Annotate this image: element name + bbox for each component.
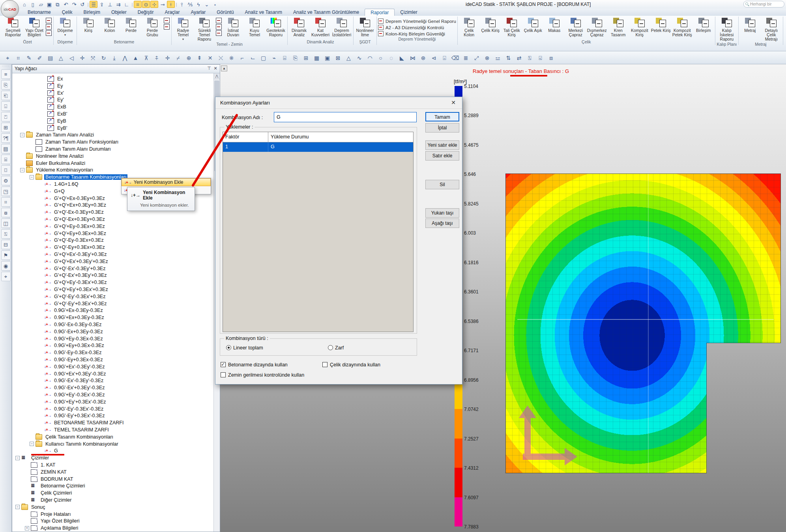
save-icon[interactable]: ▣ <box>45 1 53 8</box>
draw-tool-icon-37[interactable]: ◣ <box>397 53 407 63</box>
parallel-icon[interactable]: ⇉ <box>114 1 122 8</box>
side-tool-icon-14[interactable]: ◫ <box>1 218 11 228</box>
ribbon-item-seçmeli-raporlar[interactable]: Seçmeli Raporlar <box>3 17 23 37</box>
tree-item-g'+q'+ex'-0.3ey'+0.3ez[interactable]: ↓+→G'+Q'+Ex'-0.3Ey'+0.3Ez <box>38 251 108 258</box>
tree-item-g'+q'-ey-0.3ex+0.3ez[interactable]: ↓+→G'+Q'-Ey-0.3Ex+0.3Ez <box>38 237 105 244</box>
ribbon-item-dinamik-analiz[interactable]: Dinamik Analiz <box>289 17 309 37</box>
tree-item-g'+q'-ex'-0.3ey'+0.3ez[interactable]: ↓+→G'+Q'-Ex'-0.3Ey'+0.3Ez <box>38 265 107 272</box>
tree-item-0.9g'+ex'-0.3ey'-0.3ez[interactable]: ↓+→0.9G'+Ex'-0.3Ey'-0.3Ez <box>38 363 106 370</box>
draw-tool-icon-34[interactable]: ◠ <box>365 53 375 63</box>
collapse-icon[interactable]: ⹀ <box>211 1 219 8</box>
checkbox-steel-design[interactable]: Çelik dizaynında kullan <box>322 362 380 368</box>
draw-tool-icon-28[interactable]: ⊞ <box>301 53 311 63</box>
draw-tool-icon-1[interactable]: ⌗ <box>13 53 24 63</box>
walk-mode-icon[interactable]: ⇪ <box>98 1 106 8</box>
draw-tool-icon-6[interactable]: ◁ <box>66 53 77 63</box>
close-icon[interactable]: ✕ <box>213 66 218 71</box>
ribbon-item-metraj[interactable]: Metraj <box>740 17 760 33</box>
collapse-icon[interactable]: − <box>15 505 20 509</box>
tree-item-g'+q'-ex-0.3ey+0.3ez[interactable]: ↓+→G'+Q'-Ex-0.3Ey+0.3Ez <box>38 209 105 216</box>
side-tool-icon-12[interactable]: ⌗ <box>1 197 11 207</box>
menu-objeler[interactable]: Objeler <box>106 9 132 16</box>
collapse-icon[interactable]: − <box>20 168 24 172</box>
revert-icon[interactable]: ↺ <box>79 1 86 8</box>
checkbox-soil-stress[interactable]: Zemin gerilmesi kontrolünde kullan <box>221 372 304 378</box>
search-input[interactable]: Herhangi bir <box>743 1 784 7</box>
collapse-icon[interactable]: − <box>30 175 34 179</box>
draw-tool-icon-30[interactable]: ▣ <box>322 53 333 63</box>
tree-item-exb[interactable]: ExB <box>41 103 67 110</box>
draw-tool-icon-12[interactable]: ▲ <box>130 53 141 63</box>
ribbon-item-merkezi-çapraz[interactable]: Merkezi Çapraz <box>565 17 586 37</box>
ribbon-item-perde[interactable]: Perde <box>121 17 141 33</box>
tree-item-1.-kat[interactable]: 1. KAT <box>25 461 56 469</box>
draw-tool-icon-50[interactable]: ⍃ <box>535 53 546 63</box>
menu-analiz-ve-tasar-m-g-r-nt-leme[interactable]: Analiz ve Tasarım Görüntüleme <box>288 9 365 16</box>
osnap-icon[interactable]: ⊙ <box>142 1 150 8</box>
draw-tool-icon-45[interactable]: ⊗ <box>482 53 492 63</box>
side-tool-icon-0[interactable]: ≡ <box>1 69 11 79</box>
menu-ara-lar[interactable]: Araçlar <box>159 9 185 16</box>
draw-tool-icon-44[interactable]: ⤢ <box>471 53 482 63</box>
collapse-icon[interactable]: − <box>30 442 34 446</box>
delete-button[interactable]: Sil <box>425 180 459 189</box>
tree-item-g'+q'+ex-0.3ey+0.3ez[interactable]: ↓+→G'+Q'+Ex-0.3Ey+0.3Ez <box>38 195 106 202</box>
tree-item-zaman-tanım-alanı-durumları[interactable]: Zaman Tanım Alanı Durumları <box>30 146 112 153</box>
tree-item-zaman-tanım-alanı-analizi[interactable]: −Zaman Tanım Alanı Analizi <box>20 131 95 138</box>
dialog-close-icon[interactable]: ✕ <box>445 97 461 108</box>
draw-tool-icon-49[interactable]: ⍂ <box>524 53 535 63</box>
ribbon-item-kompozit-kiriş[interactable]: Kompozit Kiriş <box>629 17 650 37</box>
ribbon-item-çelik-kiriş[interactable]: Çelik Kiriş <box>480 17 501 33</box>
draw-tool-icon-31[interactable]: ⊠ <box>333 53 343 63</box>
draw-tool-icon-3[interactable]: ✐ <box>34 53 45 63</box>
tree-item-exb'[interactable]: ExB' <box>41 110 68 118</box>
draw-tool-icon-20[interactable]: ⤬ <box>215 53 226 63</box>
ribbon-item-kren-tasarım[interactable]: Kren Tasarım <box>608 17 629 37</box>
tree-item-0.9g'+ex'+0.3ey'-0.3ez[interactable]: ↓+→0.9G'+Ex'+0.3Ey'-0.3Ez <box>38 370 107 377</box>
undo-icon[interactable]: ↶ <box>62 1 70 8</box>
ribbon-item-sürekli-temel-raporu[interactable]: Sürekli Temel Raporu <box>194 17 215 41</box>
small-report-icon[interactable] <box>46 18 52 23</box>
draw-tool-icon-25[interactable]: ⌁ <box>269 53 279 63</box>
draw-tool-icon-18[interactable]: ⇞ <box>194 53 205 63</box>
ribbon-item-dışmerkez-çapraz[interactable]: Dışmerkez Çapraz <box>587 17 607 37</box>
redo-icon[interactable]: ↷ <box>70 1 78 8</box>
draw-tool-icon-35[interactable]: ○ <box>375 53 386 63</box>
menu-analiz-ve-tasar-m[interactable]: Analiz ve Tasarım <box>240 9 288 16</box>
lightning-icon[interactable]: ϟ <box>195 1 202 8</box>
open-icon[interactable]: ▱ <box>37 1 45 8</box>
ribbon-item-detaylı-çelik-metrajı[interactable]: Detaylı Çelik Metrajı <box>761 17 782 41</box>
draw-tool-icon-40[interactable]: ⊲ <box>429 53 439 63</box>
side-tool-icon-13[interactable]: ⧇ <box>1 208 11 217</box>
tree-item-g'+q'-ey'+0.3ex'+0.3ez[interactable]: ↓+→G'+Q'-Ey'+0.3Ex'+0.3Ez <box>38 300 108 307</box>
draw-tool-icon-27[interactable]: ⎘ <box>290 53 301 63</box>
menu--izimler[interactable]: Çizimler <box>395 9 423 16</box>
tree-item-betonarme-çizimleri[interactable]: ≣Betonarme Çizimleri <box>25 482 86 489</box>
collapse-icon[interactable]: − <box>20 133 24 137</box>
side-tool-icon-19[interactable]: ⌖ <box>1 272 11 281</box>
small-report-icon[interactable] <box>46 24 52 30</box>
draw-tool-icon-23[interactable]: ⌙ <box>247 53 258 63</box>
small-report-icon[interactable] <box>46 30 52 36</box>
menu-betonarme[interactable]: Betonarme <box>22 9 56 16</box>
draw-tool-icon-22[interactable]: ⌐ <box>237 53 247 63</box>
small-report-icon[interactable] <box>216 18 222 23</box>
draw-tool-icon-5[interactable]: △ <box>56 53 66 63</box>
tree-item-g'+q'+ey'+0.3ex'+0.3ez[interactable]: ↓+→G'+Q'+Ey'+0.3Ex'+0.3Ez <box>38 286 109 293</box>
tree-item-0.9g'-ex'-0.3ey'-0.3ez[interactable]: ↓+→0.9G'-Ex'-0.3Ey'-0.3Ez <box>38 377 105 384</box>
loads-table-row[interactable]: 1G <box>223 142 413 152</box>
draw-tool-icon-38[interactable]: ⋈ <box>407 53 418 63</box>
draw-tool-icon-13[interactable]: ⊼ <box>141 53 152 63</box>
tree-item-sonuç[interactable]: −Sonuç <box>15 504 46 511</box>
tree-item-temel-tasarim-zarfi[interactable]: ↓+→TEMEL TASARIM ZARFI <box>38 426 110 433</box>
insert-row-button[interactable]: Satır ekle <box>425 151 459 161</box>
side-tool-icon-1[interactable]: ⎘ <box>1 80 11 90</box>
tree-item-0.9g'+ey'-0.3ex'-0.3ez[interactable]: ↓+→0.9G'+Ey'-0.3Ex'-0.3Ez <box>38 391 106 398</box>
tree-item-zemi-n-kat[interactable]: ZEMİN KAT <box>25 469 68 476</box>
tree-item-0.9g'+ey-0.3ex-0.3ez[interactable]: ↓+→0.9G'+Ey-0.3Ex-0.3Ez <box>38 335 104 342</box>
loads-table[interactable]: Faktör Yükleme Durumu 1G <box>223 132 414 332</box>
draw-tool-icon-8[interactable]: ⤧ <box>88 53 98 63</box>
draw-tool-icon-39[interactable]: ⊛ <box>418 53 429 63</box>
tree-item-betonarme-tasarim-zarfi[interactable]: ↓+→BETONARME TASARIM ZARFI <box>38 419 125 426</box>
tree-item-0.9g'+ey+0.3ex-0.3ez[interactable]: ↓+→0.9G'+Ey+0.3Ex-0.3Ez <box>38 342 105 349</box>
